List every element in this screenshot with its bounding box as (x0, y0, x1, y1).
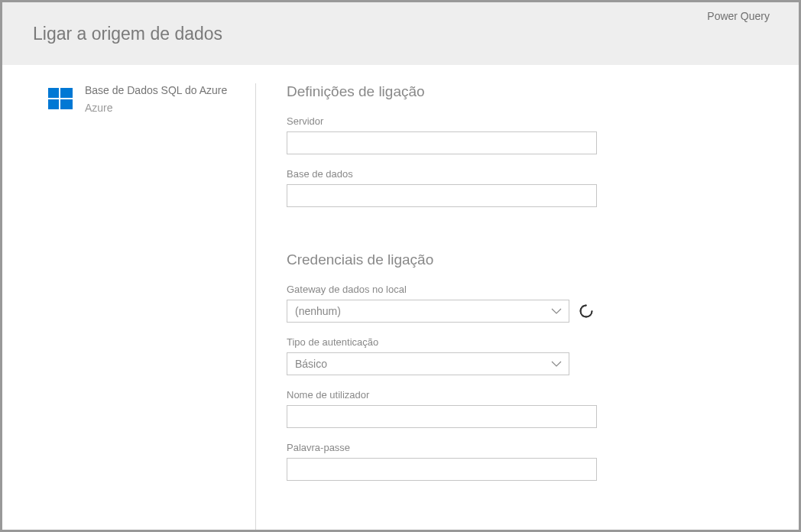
auth-label: Tipo de autenticação (287, 336, 768, 348)
sidebar-item-azure-sql[interactable]: Base de Dados SQL do Azure Azure (47, 83, 240, 114)
gateway-label: Gateway de dados no local (287, 284, 768, 295)
svg-rect-0 (48, 88, 59, 98)
username-input[interactable] (287, 405, 597, 428)
database-input[interactable] (287, 184, 597, 207)
database-label: Base de dados (287, 168, 768, 180)
sidebar-text: Base de Dados SQL do Azure Azure (85, 83, 227, 114)
username-label: Nome de utilizador (287, 389, 768, 401)
page-title: Ligar a origem de dados (33, 24, 222, 44)
auth-value: Básico (295, 358, 327, 370)
server-label: Servidor (287, 115, 768, 127)
header: Ligar a origem de dados Power Query (2, 2, 799, 65)
field-username: Nome de utilizador (287, 389, 768, 428)
password-input[interactable] (287, 458, 597, 481)
content: Base de Dados SQL do Azure Azure Definiç… (2, 65, 799, 530)
windows-icon (47, 85, 74, 112)
password-label: Palavra-passe (287, 442, 768, 453)
svg-rect-1 (60, 88, 73, 98)
section-title-credentials: Credenciais de ligação (287, 251, 768, 268)
server-input[interactable] (287, 131, 597, 154)
auth-select[interactable]: Básico (287, 352, 569, 375)
sidebar-item-title: Base de Dados SQL do Azure (85, 83, 227, 99)
section-title-connection: Definições de ligação (287, 83, 768, 100)
brand-label: Power Query (707, 10, 770, 22)
gateway-select[interactable]: (nenhum) (287, 300, 569, 323)
gateway-value: (nenhum) (295, 305, 341, 317)
field-database: Base de dados (287, 168, 768, 207)
svg-rect-2 (48, 99, 59, 109)
sidebar: Base de Dados SQL do Azure Azure (2, 83, 256, 530)
field-server: Servidor (287, 115, 768, 154)
field-auth: Tipo de autenticação Básico (287, 336, 768, 375)
refresh-icon[interactable] (579, 303, 594, 319)
svg-rect-3 (60, 99, 73, 109)
field-gateway: Gateway de dados no local (nenhum) (287, 284, 768, 323)
field-password: Palavra-passe (287, 442, 768, 481)
main-panel: Definições de ligação Servidor Base de d… (256, 83, 799, 530)
sidebar-item-subtitle: Azure (85, 102, 227, 114)
